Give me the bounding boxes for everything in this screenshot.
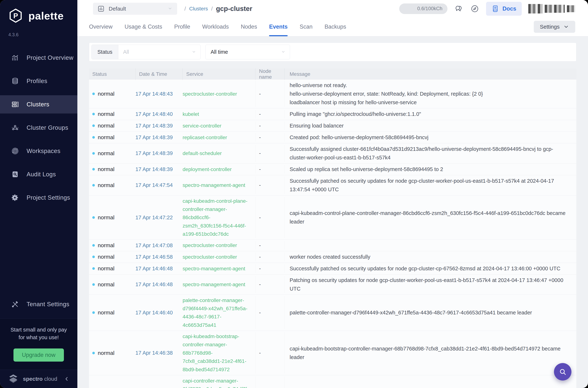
service-name: deployment-controller [182,165,250,173]
tab[interactable]: Usage & Costs [125,17,162,36]
clusters-icon [11,100,19,108]
sidebar-item[interactable]: Project Overview [0,49,77,67]
events-table: Status Date & Time Service Node name Mes… [89,68,576,388]
tab[interactable]: Overview [89,17,113,36]
service-name: spectro-management-agent [182,280,250,289]
status-label: normal [98,281,114,288]
message-cell: Successfully patched os security updates… [285,177,576,194]
table-row: normal 17 Apr 14:46:40 palette-controlle… [89,295,576,331]
time-filter-value: All time [205,49,228,55]
sidebar-nav: Project Overview Profiles Clusters Clust… [0,49,77,212]
status-label: normal [98,254,114,260]
tabs: Overview Usage & Costs Profile Workloads [89,17,358,36]
service-cell: spectrocluster-controller [182,241,255,249]
status-label: normal [98,111,114,117]
chevron-down-icon [191,49,196,55]
service-cell: capi-controller-manager-6fd7978cc6-hxg5q… [182,377,255,388]
column-header-message: Message [285,68,576,80]
table-row: normal 17 Apr 14:46:48 spectro-managemen… [89,274,576,295]
settings-button[interactable]: Settings [534,21,575,33]
table-row: normal 17 Apr 14:46:37 capi-controller-m… [89,375,576,388]
sidebar-footer: spectro cloud [0,370,77,388]
node-cell: - [255,296,285,329]
tab[interactable]: Profile [174,17,190,36]
sidebar-item-tenant-settings[interactable]: Tenant Settings [0,295,77,313]
status-label: normal [98,134,114,141]
service-cell: deployment-controller [182,165,255,174]
sidebar-item[interactable]: Cluster Groups [0,119,77,137]
status-label: normal [98,91,114,97]
time-filter[interactable]: All time [205,45,290,59]
audit-logs-icon [11,170,19,178]
service-cell: spectrocluster-controller [182,253,255,261]
node-cell: - [255,133,285,142]
settings-button-label: Settings [540,24,560,30]
search-icon [558,367,567,376]
table-body: normal 17 Apr 14:48:43 spectrocluster-co… [89,80,576,388]
node-cell: - [255,81,285,107]
docs-button-label: Docs [502,5,516,12]
status-cell: normal [89,214,136,220]
node-cell: - [255,332,285,374]
datetime-cell: 17 Apr 14:46:58 [136,254,182,260]
datetime-cell: 17 Apr 14:47:22 [136,215,182,220]
page-title: gcp-cluster [216,5,252,13]
status-dot-icon [92,244,95,247]
project-selector[interactable]: Default [93,3,177,15]
status-filter[interactable]: Status All [91,45,201,59]
tab-label: Profile [174,24,190,30]
status-cell: normal [89,166,136,172]
sidebar-spacer [0,212,77,295]
tab-label: Usage & Costs [125,24,162,30]
service-name: service-controller [182,122,250,130]
table-row: normal 17 Apr 14:47:22 capi-kubeadm-cont… [89,195,576,240]
breadcrumb-separator: / [184,6,186,12]
workspaces-icon [11,147,19,155]
tab[interactable]: Workloads [202,17,229,36]
service-cell: replicaset-controller [182,133,255,142]
chat-icon[interactable] [454,4,463,13]
sidebar-item[interactable]: Workspaces [0,142,77,160]
status-dot-icon [92,256,95,258]
sidebar-item[interactable]: Profiles [0,72,77,90]
status-cell: normal [89,182,136,188]
compass-icon[interactable] [470,4,479,13]
upgrade-now-button[interactable]: Upgrade now [13,348,64,362]
tab[interactable]: Backups [325,17,346,36]
bar-chart-icon [97,5,105,12]
topbar-right: 0.6/100kCh [399,2,575,16]
status-dot-icon [92,311,95,314]
breadcrumb-clusters-link[interactable]: Clusters [189,6,208,12]
datetime-cell: 17 Apr 14:48:39 [136,150,182,156]
collapse-sidebar-icon[interactable] [64,376,70,382]
tab[interactable]: Nodes [241,17,257,36]
status-dot-icon [92,152,95,155]
service-name: spectro-management-agent [182,181,250,189]
tab[interactable]: Scan [300,17,313,36]
tab-label: Workloads [202,24,229,30]
sidebar-item[interactable]: Project Settings [0,189,77,207]
project-settings-icon [11,194,19,201]
status-label: normal [98,166,114,172]
sidebar-item[interactable]: Audit Logs [0,165,77,183]
status-dot-icon [92,352,95,354]
sidebar-item-label: Workspaces [26,147,60,154]
node-cell: - [255,377,285,388]
datetime-cell: 17 Apr 14:47:08 [136,242,182,248]
search-fab-button[interactable] [554,363,571,381]
table-row: normal 17 Apr 14:46:58 spectrocluster-co… [89,251,576,263]
tab-label: Overview [89,24,113,30]
status-cell: normal [89,310,136,316]
tab[interactable]: Events [269,17,288,36]
message-cell: Created pod: hello-universe-deployment-5… [285,133,576,142]
sidebar-item[interactable]: Clusters [0,95,77,114]
table-row: normal 17 Apr 14:48:40 kubelet - Pulling… [89,108,576,120]
datetime-cell: 17 Apr 14:48:39 [136,134,182,141]
app-window: P palette 4.3.6 Project Overview Profile… [0,0,588,388]
docs-button[interactable]: Docs [486,2,522,16]
sidebar-item-label: Project Overview [26,54,73,61]
status-dot-icon [92,184,95,187]
service-cell: kubelet [182,110,255,118]
table-row: normal 17 Apr 14:48:39 deployment-contro… [89,164,576,175]
service-cell: spectro-management-agent [182,276,255,293]
